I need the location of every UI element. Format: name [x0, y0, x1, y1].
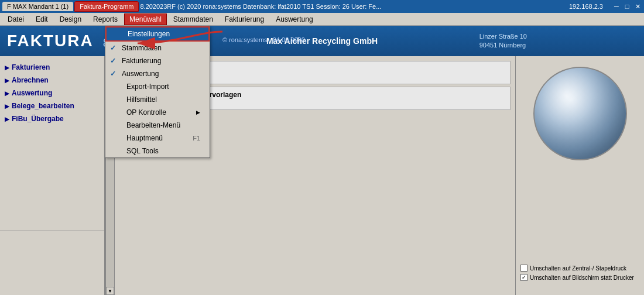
- sidebar-label-abrechnen: Abrechnen: [12, 76, 49, 84]
- dropdown-item-auswertung[interactable]: ✓ Auswertung: [105, 67, 210, 80]
- checkbox-row-1[interactable]: Umschalten auf Zentral-/ Stapeldruck: [520, 265, 639, 272]
- arrow-icon: ▶: [5, 116, 9, 122]
- right-panel: Umschalten auf Zentral-/ Stapeldruck ✓ U…: [515, 56, 644, 295]
- minimize-icon[interactable]: ─: [612, 2, 621, 11]
- close-icon[interactable]: ✕: [633, 2, 642, 11]
- address-line1: Linzer Straße 10: [479, 32, 527, 41]
- dropdown-label-fakturierung: Fakturierung: [122, 57, 161, 65]
- menu-design[interactable]: Design: [54, 13, 87, 25]
- menu-bar: Datei Edit Design Reports Menüwahl Stamm…: [0, 13, 644, 26]
- menu-datei[interactable]: Datei: [2, 13, 29, 25]
- dropdown-item-sql[interactable]: SQL Tools: [105, 145, 210, 157]
- sidebar-item-fakturieren[interactable]: ▶ Fakturieren: [0, 61, 104, 74]
- dropdown-item-bearbeiten[interactable]: Bearbeiten-Menü: [105, 119, 210, 132]
- dropdown-item-export[interactable]: Export-Import: [105, 80, 210, 93]
- title-bar: F MAX Mandant 1 (1) Faktura-Programm 8.2…: [0, 0, 644, 13]
- dropdown-label-stammdaten: Stammdaten: [122, 44, 162, 52]
- menu-auswertung[interactable]: Auswertung: [270, 13, 318, 25]
- sidebar-label-fibu: FiBu_Übergabe: [12, 115, 64, 123]
- title-info-text: 8.202023RF (c) 2020 rona:systems Datenba…: [140, 3, 381, 10]
- menu-fakturierung[interactable]: Fakturierung: [220, 13, 269, 25]
- faktura-label: FAKTURA: [7, 32, 94, 50]
- copy-date: © rona:systems 04.06.2020: [222, 36, 305, 43]
- sidebar-item-belege[interactable]: ▶ Belege_bearbeiten: [0, 100, 104, 112]
- check-icon-fakturierung: ✓: [110, 57, 119, 65]
- copy-text: © rona:systems: [222, 36, 268, 43]
- dropdown-menu-menuwahl[interactable]: Einstellungen ✓ Stammdaten ✓ Fakturierun…: [105, 26, 210, 158]
- checkbox-bildschirm-label: Umschalten auf Bildschirm statt Drucker: [530, 275, 634, 281]
- header-band: FAKTURA 8.20 Max Aicher Recycling GmbH ©…: [0, 26, 644, 56]
- ip-address: 192.168.2.3: [569, 3, 603, 10]
- dropdown-label-hilfsmittel: Hilfsmittel: [126, 95, 157, 104]
- dropdown-label-einstellungen: Einstellungen: [128, 30, 170, 38]
- checkbox-bildschirm[interactable]: ✓: [520, 274, 527, 281]
- sidebar-item-auswertung[interactable]: ▶ Auswertung: [0, 87, 104, 100]
- maximize-icon[interactable]: □: [623, 2, 631, 11]
- menu-menuwahl[interactable]: Menüwahl: [124, 13, 167, 25]
- menu-stammdaten[interactable]: Stammdaten: [168, 13, 218, 25]
- header-date: 04.06.2020: [273, 36, 305, 43]
- checkbox-row-2[interactable]: ✓ Umschalten auf Bildschirm statt Drucke…: [520, 274, 639, 281]
- title-info: 8.202023RF (c) 2020 rona:systems Datenba…: [140, 3, 568, 10]
- address-line2: 90451 Nürnberg: [479, 41, 527, 50]
- dropdown-item-einstellungen[interactable]: Einstellungen: [105, 26, 210, 42]
- dropdown-item-stammdaten[interactable]: ✓ Stammdaten: [105, 42, 210, 54]
- scroll-down-btn[interactable]: ▼: [106, 287, 114, 295]
- menu-edit[interactable]: Edit: [30, 13, 53, 25]
- sidebar-label-auswertung: Auswertung: [12, 89, 52, 97]
- dropdown-item-hauptmenu[interactable]: Hauptmenü F1: [105, 132, 210, 145]
- check-icon-stammdaten: ✓: [110, 44, 119, 52]
- check-icon-auswertung: ✓: [110, 70, 119, 78]
- window-controls: ─ □ ✕: [612, 2, 642, 11]
- arrow-icon: ▶: [5, 77, 9, 84]
- dropdown-label-sql: SQL Tools: [126, 147, 159, 155]
- title-tab-2[interactable]: Faktura-Programm: [74, 1, 139, 12]
- shortcut-f1: F1: [193, 135, 200, 142]
- dropdown-label-export: Export-Import: [126, 83, 169, 91]
- checkbox-zentral-label: Umschalten auf Zentral-/ Stapeldruck: [530, 265, 626, 272]
- main-area: ▶ Fakturieren ▶ Abrechnen ▶ Auswertung ▶…: [0, 56, 644, 295]
- sidebar-label-fakturieren: Fakturieren: [12, 63, 50, 71]
- arrow-icon: ▶: [5, 103, 9, 109]
- sidebar-divider: [0, 231, 104, 231]
- sidebar-item-abrechnen[interactable]: ▶ Abrechnen: [0, 74, 104, 87]
- dropdown-item-fakturierung[interactable]: ✓ Fakturierung: [105, 54, 210, 67]
- dropdown-label-hauptmenu: Hauptmenü: [126, 134, 163, 142]
- decorative-image: [533, 67, 627, 160]
- menu-reports[interactable]: Reports: [88, 13, 123, 25]
- dropdown-item-hilfsmittel[interactable]: Hilfsmittel: [105, 93, 210, 106]
- sidebar-label-belege: Belege_bearbeiten: [12, 102, 74, 110]
- submenu-arrow-op: ▶: [196, 109, 200, 115]
- sidebar: ▶ Fakturieren ▶ Abrechnen ▶ Auswertung ▶…: [0, 56, 105, 295]
- checkbox-area: Umschalten auf Zentral-/ Stapeldruck ✓ U…: [520, 265, 639, 283]
- title-right: 192.168.2.3 ─ □ ✕: [569, 2, 642, 11]
- arrow-icon: ▶: [5, 64, 9, 71]
- checkbox-zentral[interactable]: [520, 265, 527, 272]
- company-address: Linzer Straße 10 90451 Nürnberg: [479, 32, 527, 50]
- dropdown-label-op: OP Kontrolle: [126, 108, 166, 116]
- dropdown-item-op-kontrolle[interactable]: OP Kontrolle ▶: [105, 106, 210, 119]
- arrow-icon: ▶: [5, 90, 9, 97]
- dropdown-label-auswertung: Auswertung: [122, 70, 159, 78]
- sidebar-item-fibu[interactable]: ▶ FiBu_Übergabe: [0, 112, 104, 125]
- dropdown-label-bearbeiten: Bearbeiten-Menü: [126, 121, 180, 129]
- image-inner: [535, 68, 626, 159]
- title-tab-1[interactable]: F MAX Mandant 1 (1): [2, 2, 73, 11]
